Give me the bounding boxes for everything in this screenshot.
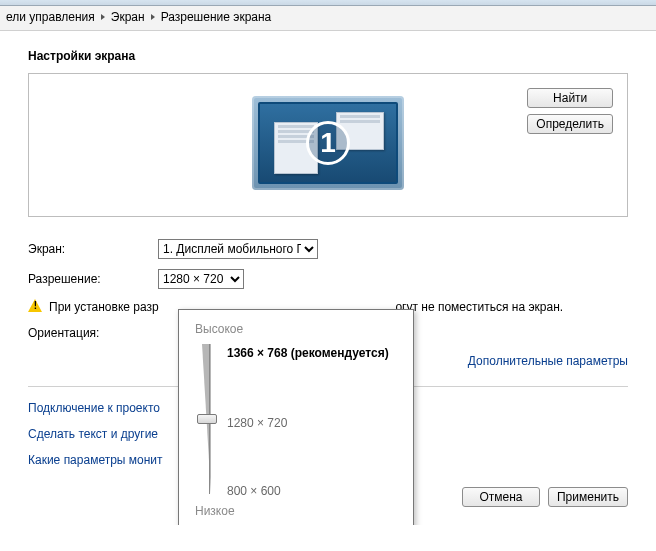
page-title: Настройки экрана	[28, 49, 628, 63]
display-label: Экран:	[28, 242, 158, 256]
display-preview-panel: 1 Найти Определить	[28, 73, 628, 217]
breadcrumb-item[interactable]: Экран	[111, 10, 145, 24]
resolution-select[interactable]: 1280 × 720	[158, 269, 244, 289]
breadcrumb[interactable]: ели управления Экран Разрешение экрана	[0, 6, 656, 31]
monitor-thumbnail[interactable]: 1	[252, 96, 404, 190]
advanced-settings-link[interactable]: Дополнительные параметры	[468, 354, 628, 368]
cancel-button[interactable]: Отмена	[462, 487, 540, 507]
resolution-label: Разрешение:	[28, 272, 158, 286]
display-number-badge: 1	[306, 121, 350, 165]
orientation-label: Ориентация:	[28, 326, 158, 340]
resolution-slider-thumb[interactable]	[197, 414, 217, 424]
resolution-option[interactable]: 1366 × 768 (рекомендуется)	[227, 346, 389, 360]
display-select[interactable]: 1. Дисплей мобильного ПК	[158, 239, 318, 259]
flyout-high-label: Высокое	[195, 322, 401, 336]
resolution-slider-track[interactable]	[196, 344, 216, 494]
find-button[interactable]: Найти	[527, 88, 613, 108]
warning-icon	[28, 299, 43, 314]
resolution-option[interactable]: 1280 × 720	[227, 416, 287, 430]
apply-button[interactable]: Применить	[548, 487, 628, 507]
breadcrumb-item[interactable]: Разрешение экрана	[161, 10, 272, 24]
resolution-option[interactable]: 800 × 600	[227, 484, 281, 498]
identify-button[interactable]: Определить	[527, 114, 613, 134]
breadcrumb-item[interactable]: ели управления	[6, 10, 95, 24]
chevron-right-icon	[101, 14, 105, 20]
resolution-flyout: Высокое 1366 × 768 (рекомендуется)1280 ×…	[178, 309, 414, 525]
flyout-low-label: Низкое	[195, 504, 401, 518]
chevron-right-icon	[151, 14, 155, 20]
